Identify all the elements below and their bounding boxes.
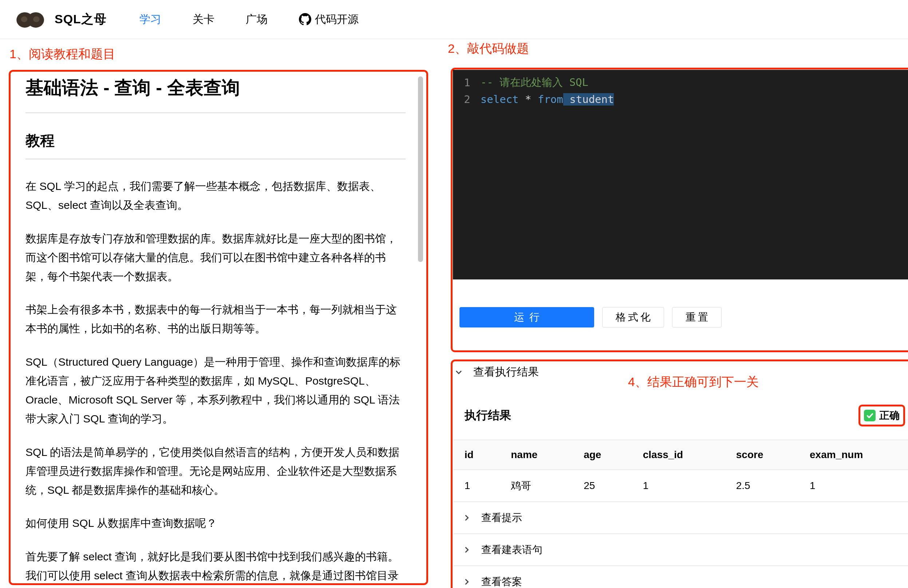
result-table: id name age class_id score exam_num 1 鸡哥…: [454, 440, 908, 502]
format-button[interactable]: 格式化: [602, 307, 664, 328]
table-header-row: id name age class_id score exam_num: [454, 440, 908, 470]
table-cell: 鸡哥: [500, 470, 573, 502]
answer-label: 查看答案: [481, 575, 522, 588]
table-header: class_id: [632, 440, 725, 470]
table-header: name: [500, 440, 573, 470]
table-header: score: [725, 440, 799, 470]
svg-point-3: [33, 16, 40, 22]
main: 基础语法 - 查询 - 全表查询 教程 在 SQL 学习的起点，我们需要了解一些…: [0, 39, 908, 588]
paragraph: 在 SQL 学习的起点，我们需要了解一些基本概念，包括数据库、数据表、SQL、s…: [26, 177, 406, 215]
brand-title: SQL之母: [55, 11, 107, 28]
results-panel-title: 查看执行结果: [473, 365, 539, 379]
ddl-row[interactable]: 查看建表语句: [454, 534, 908, 566]
editor-toolbar: 运行 格式化 重置: [453, 284, 908, 350]
code-line: 2 select * from student: [453, 91, 908, 108]
tutorial-pane: 基础语法 - 查询 - 全表查询 教程 在 SQL 学习的起点，我们需要了解一些…: [8, 44, 411, 588]
run-button[interactable]: 运行: [459, 307, 594, 328]
answer-row[interactable]: 查看答案: [454, 566, 908, 588]
chevron-down-icon: [454, 367, 464, 378]
nav-plaza[interactable]: 广场: [246, 12, 267, 27]
table-row: 1 鸡哥 25 1 2.5 1: [454, 470, 908, 502]
reset-button[interactable]: 重置: [672, 307, 721, 328]
code-comment: -- 请在此处输入 SQL: [481, 76, 588, 90]
table-cell: 1: [454, 470, 500, 502]
chevron-right-icon: [462, 545, 472, 555]
paragraph: 首先要了解 select 查询，就好比是我们要从图书馆中找到我们感兴趣的书籍。我…: [26, 547, 406, 584]
paragraph: SQL 的语法是简单易学的，它使用类似自然语言的结构，方便开发人员和数据库管理员…: [26, 443, 406, 500]
article-title: 基础语法 - 查询 - 全表查询: [26, 76, 406, 100]
result-header: 执行结果 正确: [454, 394, 908, 440]
results-area: 执行结果 正确 id name age class_id score: [454, 394, 908, 588]
code-editor[interactable]: 1 -- 请在此处输入 SQL 2 select * from student: [453, 70, 908, 280]
paragraph: 书架上会有很多本书，数据表中的每一行就相当于一本书，每一列就相当于这本书的属性，…: [26, 300, 406, 338]
hints-row[interactable]: 查看提示: [454, 502, 908, 534]
table-cell: 25: [573, 470, 632, 502]
table-header: id: [454, 440, 500, 470]
code-identifier: student: [563, 93, 614, 106]
correct-badge: 正确: [858, 405, 905, 426]
check-icon: [864, 410, 876, 421]
correct-label: 正确: [879, 409, 900, 423]
paragraph: 数据库是存放专门存放和管理数据的库。数据库就好比是一座大型的图书馆，而这个图书馆…: [26, 229, 406, 286]
code-operator: *: [519, 93, 538, 106]
header: SQL之母 学习 关卡 广场 代码开源: [0, 0, 908, 39]
results-panel-header[interactable]: 查看执行结果: [454, 365, 539, 379]
hints-label: 查看提示: [481, 511, 522, 525]
nav-learn[interactable]: 学习: [139, 12, 161, 27]
logo[interactable]: SQL之母: [14, 10, 107, 29]
table-header: age: [573, 440, 632, 470]
scrollbar[interactable]: [418, 76, 423, 262]
table-cell: 1: [632, 470, 725, 502]
chevron-right-icon: [462, 577, 472, 587]
paragraph: 如何使用 SQL 从数据库中查询数据呢？: [26, 514, 406, 533]
nav-levels[interactable]: 关卡: [193, 12, 214, 27]
tutorial-scroll[interactable]: 基础语法 - 查询 - 全表查询 教程 在 SQL 学习的起点，我们需要了解一些…: [26, 76, 409, 584]
line-number: 2: [453, 93, 481, 106]
chevron-right-icon: [462, 512, 472, 523]
github-icon: [299, 13, 311, 26]
line-number: 1: [453, 76, 481, 89]
table-cell: 1: [799, 470, 908, 502]
nav-github[interactable]: 代码开源: [299, 12, 359, 27]
code-keyword: select: [481, 93, 519, 106]
table-header: exam_num: [799, 440, 908, 470]
logo-icon: [14, 10, 47, 29]
nav: 学习 关卡 广场 代码开源: [139, 12, 359, 27]
paragraph: SQL（Structured Query Language）是一种用于管理、操作…: [26, 353, 406, 428]
divider: [26, 159, 406, 159]
code-pane: 1 -- 请在此处输入 SQL 2 select * from student …: [451, 44, 900, 588]
ddl-label: 查看建表语句: [481, 543, 543, 557]
svg-point-2: [21, 16, 28, 22]
code-line: 1 -- 请在此处输入 SQL: [453, 74, 908, 91]
article-subheading: 教程: [26, 131, 406, 151]
divider: [26, 112, 406, 113]
result-title: 执行结果: [465, 408, 511, 424]
code-content: select * from student: [481, 93, 614, 106]
code-keyword: from: [538, 93, 563, 106]
nav-github-label: 代码开源: [315, 12, 359, 27]
table-cell: 2.5: [725, 470, 799, 502]
